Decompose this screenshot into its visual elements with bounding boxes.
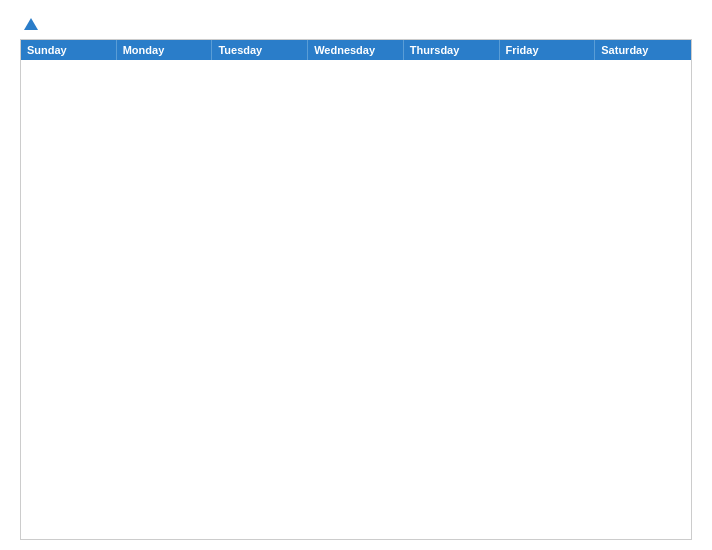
day-header-wednesday: Wednesday <box>308 40 404 60</box>
day-header-thursday: Thursday <box>404 40 500 60</box>
logo <box>20 18 110 31</box>
calendar-grid: SundayMondayTuesdayWednesdayThursdayFrid… <box>20 39 692 540</box>
day-header-sunday: Sunday <box>21 40 117 60</box>
days-header: SundayMondayTuesdayWednesdayThursdayFrid… <box>21 40 691 60</box>
calendar-page: SundayMondayTuesdayWednesdayThursdayFrid… <box>0 0 712 550</box>
day-header-friday: Friday <box>500 40 596 60</box>
logo-triangle-icon <box>24 18 38 30</box>
day-header-tuesday: Tuesday <box>212 40 308 60</box>
weeks-container <box>21 60 691 539</box>
day-header-saturday: Saturday <box>595 40 691 60</box>
day-header-monday: Monday <box>117 40 213 60</box>
header <box>20 18 692 31</box>
